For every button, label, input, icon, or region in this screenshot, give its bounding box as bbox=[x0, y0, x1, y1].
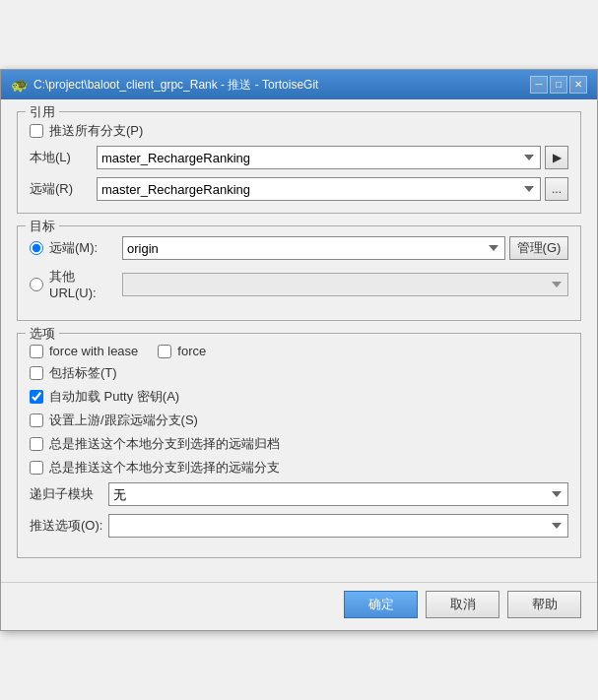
submodule-row: 递归子模块 无 检出 提交 bbox=[30, 482, 568, 506]
other-url-radio[interactable] bbox=[30, 278, 43, 291]
remote-radio-row: 远端(M): origin 管理(G) bbox=[30, 236, 568, 260]
close-button[interactable]: ✕ bbox=[569, 76, 587, 94]
submodule-select[interactable]: 无 检出 提交 bbox=[108, 482, 568, 506]
other-url-radio-row: 其他URL(U): bbox=[30, 268, 568, 300]
submodule-label: 递归子模块 bbox=[30, 485, 108, 503]
force-checkbox[interactable] bbox=[158, 345, 171, 358]
local-branch-select[interactable]: master_RechargeRanking bbox=[97, 146, 541, 169]
other-url-label[interactable]: 其他URL(U): bbox=[49, 268, 116, 300]
target-group-title: 目标 bbox=[26, 218, 59, 235]
other-url-select[interactable] bbox=[122, 273, 568, 296]
window-title: C:\project\baloot_client_grpc_Rank - 推送 … bbox=[33, 77, 318, 94]
remote-branch-row: 远端(R) master_RechargeRanking ... bbox=[30, 177, 568, 201]
app-icon: 🐢 bbox=[11, 77, 28, 93]
remote-label: 远端(R) bbox=[30, 180, 97, 198]
push-remote-archive-label[interactable]: 总是推送这个本地分支到选择的远端归档 bbox=[49, 435, 280, 453]
reference-group-title: 引用 bbox=[26, 103, 59, 121]
force-with-lease-label[interactable]: force with lease bbox=[49, 344, 138, 358]
title-bar-controls: ─ □ ✕ bbox=[530, 76, 587, 94]
local-combo-wrap: master_RechargeRanking ▶ bbox=[97, 146, 568, 169]
setup-tracking-row: 设置上游/跟踪远端分支(S) bbox=[30, 412, 568, 429]
auto-putty-label[interactable]: 自动加载 Putty 密钥(A) bbox=[49, 388, 179, 406]
dialog-footer: 确定 取消 帮助 bbox=[1, 582, 597, 630]
remote-origin-wrap: origin 管理(G) bbox=[122, 236, 568, 260]
include-tags-label[interactable]: 包括标签(T) bbox=[49, 364, 117, 382]
push-all-branches-checkbox[interactable] bbox=[30, 124, 43, 138]
remote-combo-wrap: master_RechargeRanking ... bbox=[97, 177, 568, 201]
remote-radio-label[interactable]: 远端(M): bbox=[49, 239, 116, 257]
remote-branch-select[interactable]: master_RechargeRanking bbox=[97, 177, 541, 201]
cancel-button[interactable]: 取消 bbox=[426, 591, 499, 618]
remote-radio[interactable] bbox=[30, 241, 43, 255]
push-remote-branch-label[interactable]: 总是推送这个本地分支到选择的远端分支 bbox=[49, 459, 280, 477]
help-button[interactable]: 帮助 bbox=[507, 591, 581, 618]
force-options-row: force with lease force bbox=[30, 344, 568, 358]
other-url-wrap bbox=[122, 273, 568, 296]
main-window: 🐢 C:\project\baloot_client_grpc_Rank - 推… bbox=[0, 69, 598, 631]
force-label[interactable]: force bbox=[177, 344, 206, 358]
push-all-branches-label[interactable]: 推送所有分支(P) bbox=[49, 122, 143, 140]
local-branch-row: 本地(L) master_RechargeRanking ▶ bbox=[30, 146, 568, 169]
force-with-lease-row: force with lease bbox=[30, 344, 138, 358]
push-remote-branch-row: 总是推送这个本地分支到选择的远端分支 bbox=[30, 459, 568, 477]
remote-origin-select[interactable]: origin bbox=[122, 236, 505, 260]
title-bar-left: 🐢 C:\project\baloot_client_grpc_Rank - 推… bbox=[11, 77, 318, 94]
dialog-content: 引用 推送所有分支(P) 本地(L) master_RechargeRankin… bbox=[1, 99, 597, 582]
push-options-label: 推送选项(O): bbox=[30, 517, 108, 535]
setup-tracking-label[interactable]: 设置上游/跟踪远端分支(S) bbox=[49, 412, 198, 429]
force-row: force bbox=[158, 344, 206, 358]
minimize-button[interactable]: ─ bbox=[530, 76, 548, 94]
remote-branch-dots-button[interactable]: ... bbox=[545, 177, 568, 201]
push-remote-archive-checkbox[interactable] bbox=[30, 437, 43, 451]
auto-putty-checkbox[interactable] bbox=[30, 390, 43, 404]
reference-group: 引用 推送所有分支(P) 本地(L) master_RechargeRankin… bbox=[17, 111, 581, 214]
force-with-lease-checkbox[interactable] bbox=[30, 345, 43, 358]
push-remote-branch-checkbox[interactable] bbox=[30, 461, 43, 475]
manage-button[interactable]: 管理(G) bbox=[509, 236, 568, 260]
push-remote-archive-row: 总是推送这个本地分支到选择的远端归档 bbox=[30, 435, 568, 453]
local-label: 本地(L) bbox=[30, 149, 97, 166]
ok-button[interactable]: 确定 bbox=[344, 591, 418, 618]
setup-tracking-checkbox[interactable] bbox=[30, 414, 43, 427]
auto-putty-row: 自动加载 Putty 密钥(A) bbox=[30, 388, 568, 406]
options-group: 选项 force with lease force 包括标签(T) bbox=[17, 333, 581, 558]
include-tags-checkbox[interactable] bbox=[30, 366, 43, 380]
local-branch-arrow-button[interactable]: ▶ bbox=[545, 146, 568, 169]
push-options-select[interactable] bbox=[108, 514, 568, 538]
maximize-button[interactable]: □ bbox=[550, 76, 567, 94]
options-group-title: 选项 bbox=[26, 325, 59, 343]
push-all-branches-row: 推送所有分支(P) bbox=[30, 122, 568, 140]
push-options-row: 推送选项(O): bbox=[30, 514, 568, 538]
include-tags-row: 包括标签(T) bbox=[30, 364, 568, 382]
target-group: 目标 远端(M): origin 管理(G) 其他URL(U): bbox=[17, 225, 581, 321]
title-bar: 🐢 C:\project\baloot_client_grpc_Rank - 推… bbox=[1, 70, 597, 99]
